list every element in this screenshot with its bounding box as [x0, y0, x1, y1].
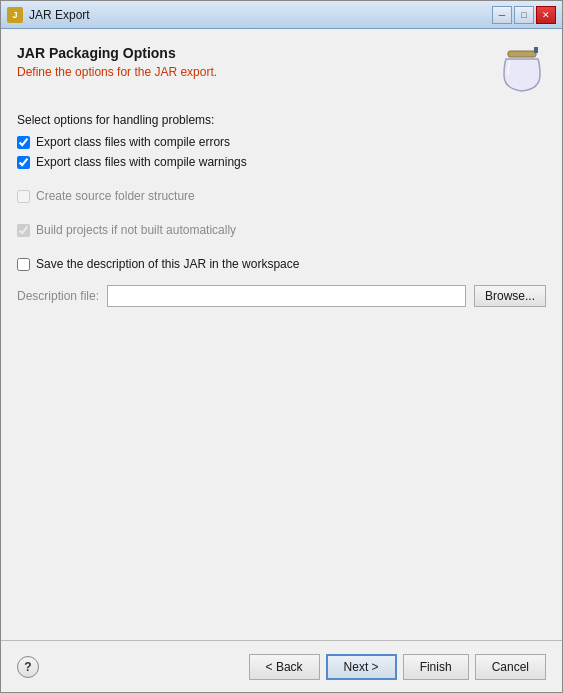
- browse-button[interactable]: Browse...: [474, 285, 546, 307]
- checkbox-compile-warnings[interactable]: [17, 156, 30, 169]
- page-header-text: JAR Packaging Options Define the options…: [17, 45, 488, 79]
- window: J JAR Export ─ □ ✕ JAR Packaging Options…: [0, 0, 563, 693]
- svg-rect-0: [508, 51, 536, 57]
- minimize-button[interactable]: ─: [492, 6, 512, 24]
- checkbox-save-description-row: Save the description of this JAR in the …: [17, 257, 546, 271]
- checkbox-save-description[interactable]: [17, 258, 30, 271]
- maximize-button[interactable]: □: [514, 6, 534, 24]
- checkbox-source-folder-row: Create source folder structure: [17, 189, 546, 203]
- help-button[interactable]: ?: [17, 656, 39, 678]
- checkbox-build-projects[interactable]: [17, 224, 30, 237]
- content-area: JAR Packaging Options Define the options…: [1, 29, 562, 640]
- checkbox-compile-errors-row: Export class files with compile errors: [17, 135, 546, 149]
- page-header: JAR Packaging Options Define the options…: [17, 45, 546, 97]
- title-bar: J JAR Export ─ □ ✕: [1, 1, 562, 29]
- window-icon: J: [7, 7, 23, 23]
- spacer: [17, 307, 546, 640]
- checkbox-compile-warnings-label: Export class files with compile warnings: [36, 155, 247, 169]
- bottom-bar: ? < Back Next > Finish Cancel: [1, 640, 562, 692]
- next-button[interactable]: Next >: [326, 654, 397, 680]
- cancel-button[interactable]: Cancel: [475, 654, 546, 680]
- checkbox-source-folder-label: Create source folder structure: [36, 189, 195, 203]
- section-label: Select options for handling problems:: [17, 113, 546, 127]
- close-button[interactable]: ✕: [536, 6, 556, 24]
- window-controls: ─ □ ✕: [492, 6, 556, 24]
- button-group: < Back Next > Finish Cancel: [249, 654, 546, 680]
- description-label: Description file:: [17, 289, 99, 303]
- window-title: JAR Export: [29, 8, 492, 22]
- finish-button[interactable]: Finish: [403, 654, 469, 680]
- checkbox-compile-warnings-row: Export class files with compile warnings: [17, 155, 546, 169]
- checkbox-source-folder[interactable]: [17, 190, 30, 203]
- page-subtitle: Define the options for the JAR export.: [17, 65, 488, 79]
- description-row: Description file: Browse...: [17, 285, 546, 307]
- jar-icon: [498, 45, 546, 97]
- checkbox-build-projects-row: Build projects if not built automaticall…: [17, 223, 546, 237]
- description-input[interactable]: [107, 285, 466, 307]
- checkbox-build-projects-label: Build projects if not built automaticall…: [36, 223, 236, 237]
- checkbox-compile-errors[interactable]: [17, 136, 30, 149]
- page-title: JAR Packaging Options: [17, 45, 488, 61]
- svg-rect-1: [534, 47, 538, 53]
- checkbox-compile-errors-label: Export class files with compile errors: [36, 135, 230, 149]
- back-button[interactable]: < Back: [249, 654, 320, 680]
- checkbox-save-description-label: Save the description of this JAR in the …: [36, 257, 299, 271]
